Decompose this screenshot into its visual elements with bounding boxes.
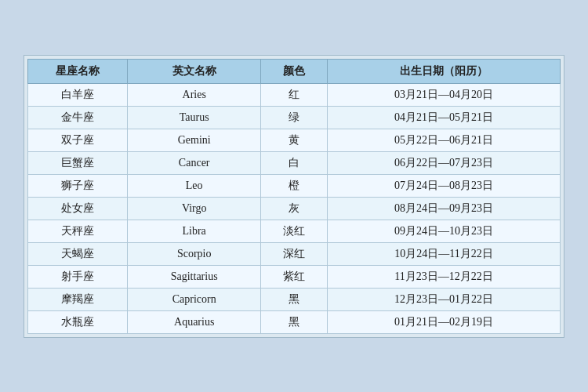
table-row: 处女座Virgo灰08月24日—09月23日: [28, 197, 561, 220]
table-row: 巨蟹座Cancer白06月22日—07月23日: [28, 151, 561, 174]
cell-zh: 摩羯座: [28, 288, 128, 310]
cell-zh: 双子座: [28, 129, 128, 151]
cell-en: Capricorn: [128, 288, 261, 310]
table-row: 天蝎座Scorpio深红10月24日—11月22日: [28, 242, 561, 265]
cell-color: 绿: [261, 106, 328, 129]
cell-zh: 射手座: [28, 265, 128, 288]
header-date: 出生日期（阳历）: [327, 59, 560, 83]
cell-en: Aries: [128, 83, 261, 106]
cell-date: 12月23日—01月22日: [327, 288, 560, 310]
cell-color: 橙: [261, 174, 328, 197]
table-row: 金牛座Taurus绿04月21日—05月21日: [28, 106, 561, 129]
cell-color: 紫红: [261, 265, 328, 288]
cell-en: Cancer: [128, 151, 261, 174]
cell-en: Aquarius: [128, 310, 261, 333]
cell-date: 01月21日—02月19日: [327, 310, 560, 333]
cell-date: 08月24日—09月23日: [327, 197, 560, 220]
cell-en: Leo: [128, 174, 261, 197]
table-row: 白羊座Aries红03月21日—04月20日: [28, 83, 561, 106]
cell-en: Scorpio: [128, 242, 261, 265]
cell-date: 06月22日—07月23日: [327, 151, 560, 174]
cell-date: 07月24日—08月23日: [327, 174, 560, 197]
table-header-row: 星座名称 英文名称 颜色 出生日期（阳历）: [28, 59, 561, 83]
cell-zh: 白羊座: [28, 83, 128, 106]
table-row: 水瓶座Aquarius黑01月21日—02月19日: [28, 310, 561, 333]
cell-en: Gemini: [128, 129, 261, 151]
cell-date: 05月22日—06月21日: [327, 129, 560, 151]
header-zh: 星座名称: [28, 59, 128, 83]
cell-date: 10月24日—11月22日: [327, 242, 560, 265]
cell-en: Virgo: [128, 197, 261, 220]
table-row: 射手座Sagittarius紫红11月23日—12月22日: [28, 265, 561, 288]
cell-date: 04月21日—05月21日: [327, 106, 560, 129]
cell-zh: 金牛座: [28, 106, 128, 129]
table-row: 狮子座Leo橙07月24日—08月23日: [28, 174, 561, 197]
cell-date: 09月24日—10月23日: [327, 220, 560, 242]
cell-en: Libra: [128, 220, 261, 242]
cell-zh: 天蝎座: [28, 242, 128, 265]
cell-zh: 巨蟹座: [28, 151, 128, 174]
cell-color: 黄: [261, 129, 328, 151]
cell-color: 黑: [261, 310, 328, 333]
cell-color: 黑: [261, 288, 328, 310]
cell-date: 11月23日—12月22日: [327, 265, 560, 288]
cell-zh: 处女座: [28, 197, 128, 220]
cell-color: 白: [261, 151, 328, 174]
cell-color: 红: [261, 83, 328, 106]
table-row: 双子座Gemini黄05月22日—06月21日: [28, 129, 561, 151]
header-en: 英文名称: [128, 59, 261, 83]
cell-en: Sagittarius: [128, 265, 261, 288]
zodiac-table-container: 星座名称 英文名称 颜色 出生日期（阳历） 白羊座Aries红03月21日—04…: [24, 55, 564, 338]
cell-date: 03月21日—04月20日: [327, 83, 560, 106]
table-row: 摩羯座Capricorn黑12月23日—01月22日: [28, 288, 561, 310]
header-color: 颜色: [261, 59, 328, 83]
table-body: 白羊座Aries红03月21日—04月20日金牛座Taurus绿04月21日—0…: [28, 83, 561, 333]
cell-zh: 天秤座: [28, 220, 128, 242]
cell-zh: 水瓶座: [28, 310, 128, 333]
table-row: 天秤座Libra淡红09月24日—10月23日: [28, 220, 561, 242]
cell-en: Taurus: [128, 106, 261, 129]
cell-color: 灰: [261, 197, 328, 220]
zodiac-table: 星座名称 英文名称 颜色 出生日期（阳历） 白羊座Aries红03月21日—04…: [27, 59, 561, 334]
cell-color: 淡红: [261, 220, 328, 242]
cell-color: 深红: [261, 242, 328, 265]
cell-zh: 狮子座: [28, 174, 128, 197]
